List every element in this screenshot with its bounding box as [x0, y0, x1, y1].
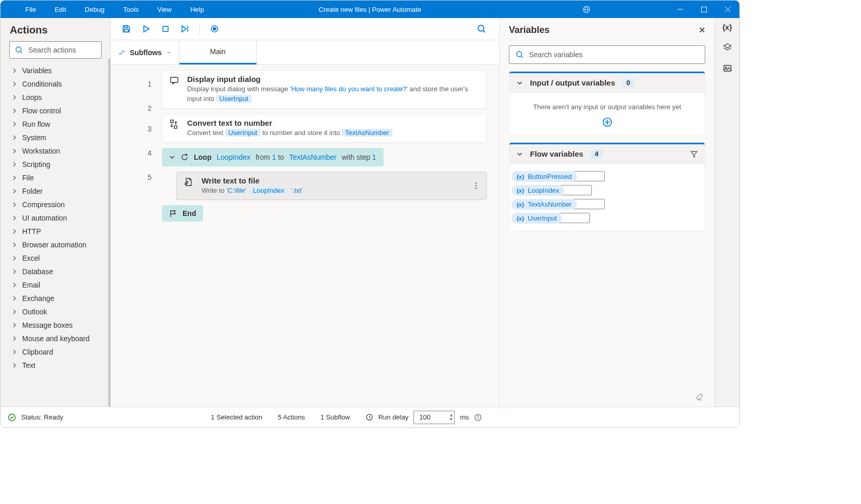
chevron-right-icon [12, 242, 17, 247]
action-category[interactable]: Text [1, 359, 108, 372]
action-category[interactable]: Folder [1, 184, 108, 198]
add-io-variable-button[interactable] [517, 117, 698, 127]
action-category-label: Run flow [22, 120, 50, 128]
globe-icon [583, 6, 590, 13]
svg-point-20 [123, 51, 124, 52]
subflows-label: Subflows [130, 48, 162, 57]
action-category[interactable]: Run flow [1, 117, 108, 131]
stop-button[interactable] [157, 21, 174, 37]
menu-debug[interactable]: Debug [75, 6, 113, 13]
actions-panel: Actions Search actions VariablesConditio… [1, 18, 111, 407]
chevron-right-icon [12, 68, 17, 73]
maximize-button[interactable] [692, 1, 716, 18]
action-category-label: Folder [22, 187, 43, 195]
variables-search-input[interactable]: Search variables [509, 45, 705, 64]
step-button[interactable] [177, 21, 193, 37]
flow-variables-header[interactable]: Flow variables 4 [509, 143, 705, 164]
svg-line-8 [21, 52, 22, 53]
action-category[interactable]: Compression [1, 198, 108, 211]
flow-variable-item[interactable]: ButtonPressed [511, 171, 703, 182]
action-category-label: Workstation [22, 147, 60, 155]
action-category[interactable]: File [1, 171, 108, 184]
variable-chip[interactable]: TextAsNumber [511, 199, 577, 210]
minimize-button[interactable] [668, 1, 692, 18]
step-description: Convert text UserInput to number and sto… [187, 128, 479, 138]
menu-edit[interactable]: Edit [45, 6, 75, 13]
step-more-icon[interactable] [473, 176, 479, 196]
variable-chip[interactable]: LoopIndex [511, 185, 564, 196]
step-end[interactable]: End [162, 205, 203, 222]
menu-help[interactable]: Help [181, 6, 213, 13]
actions-header: Actions [1, 18, 110, 41]
action-category[interactable]: Flow control [1, 104, 108, 117]
eraser-icon[interactable] [500, 387, 715, 407]
action-category[interactable]: Loops [1, 91, 108, 104]
step-convert-text-to-number[interactable]: Convert text to number Convert text User… [162, 114, 487, 143]
action-category[interactable]: Browser automation [1, 238, 108, 251]
canvas[interactable]: 1 2 3 4 5 Display input dialog Display i… [111, 65, 499, 407]
action-category[interactable]: Clipboard [1, 345, 108, 359]
svg-point-28 [517, 52, 522, 57]
action-category[interactable]: Database [1, 265, 108, 278]
save-button[interactable] [118, 21, 135, 37]
variables-rail-icon[interactable]: {x} [722, 23, 732, 31]
flow-variable-item[interactable]: TextAsNumber [511, 199, 703, 210]
environment-indicator[interactable] [583, 6, 668, 13]
step-loop[interactable]: Loop LoopIndex from 1 to TextAsNumber wi… [162, 148, 384, 166]
menu-view[interactable]: View [148, 6, 181, 13]
io-variables-header[interactable]: Input / output variables 0 [509, 72, 705, 93]
action-category[interactable]: Conditionals [1, 77, 108, 91]
layers-rail-icon[interactable] [723, 43, 732, 52]
action-category[interactable]: Excel [1, 251, 108, 265]
info-icon[interactable] [474, 414, 482, 421]
svg-rect-4 [701, 7, 706, 12]
action-category[interactable]: Variables [1, 64, 108, 77]
subflows-dropdown[interactable]: Subflows [111, 40, 179, 64]
step-display-input-dialog[interactable]: Display input dialog Display input dialo… [162, 70, 487, 109]
clock-icon [366, 413, 373, 421]
action-category-label: Exchange [22, 294, 54, 303]
svg-rect-23 [174, 126, 177, 128]
svg-rect-21 [171, 77, 178, 82]
variables-header: Variables ✕ [500, 18, 715, 40]
action-category-label: Database [22, 267, 53, 276]
line-numbers: 1 2 3 4 5 [111, 65, 162, 407]
tab-main[interactable]: Main [179, 40, 257, 64]
close-icon[interactable]: ✕ [699, 25, 705, 35]
designer-area: Subflows Main 1 2 3 4 5 Display input di… [111, 18, 499, 407]
flow-variable-item[interactable]: UserInput [511, 213, 703, 224]
action-category[interactable]: Scripting [1, 158, 108, 171]
variable-chip[interactable]: ButtonPressed [511, 171, 577, 182]
run-button[interactable] [138, 21, 154, 37]
canvas-search-button[interactable] [471, 19, 492, 39]
svg-point-25 [475, 185, 477, 187]
variable-value [574, 199, 605, 209]
action-category[interactable]: Exchange [1, 292, 108, 305]
menu-file[interactable]: File [16, 6, 45, 13]
record-button[interactable] [206, 21, 223, 37]
chevron-right-icon [12, 323, 17, 328]
spinner-icon[interactable]: ▲▼ [449, 413, 453, 422]
actions-search-input[interactable]: Search actions [9, 41, 102, 59]
actions-tree[interactable]: VariablesConditionalsLoopsFlow controlRu… [1, 59, 110, 407]
collapse-icon[interactable] [169, 154, 175, 160]
action-category[interactable]: System [1, 131, 108, 144]
flow-variable-item[interactable]: LoopIndex [511, 185, 703, 196]
images-rail-icon[interactable] [723, 63, 732, 73]
run-delay-unit: ms [460, 413, 469, 421]
step-write-text-to-file[interactable]: Write text to file Write to 'C:\file' Lo… [176, 172, 487, 200]
filter-icon[interactable] [690, 150, 698, 158]
action-category[interactable]: HTTP [1, 225, 108, 238]
action-category[interactable]: UI automation [1, 211, 108, 225]
step-description: Display input dialog with message 'How m… [187, 85, 479, 104]
menu-tools[interactable]: Tools [114, 6, 148, 13]
action-category[interactable]: Email [1, 278, 108, 292]
action-category[interactable]: Outlook [1, 305, 108, 318]
close-button[interactable] [716, 1, 739, 18]
action-category[interactable]: Message boxes [1, 318, 108, 332]
variable-chip[interactable]: UserInput [511, 213, 562, 224]
subflow-icon [119, 48, 125, 57]
action-category[interactable]: Workstation [1, 144, 108, 158]
action-category[interactable]: Mouse and keyboard [1, 332, 108, 345]
run-delay-input[interactable]: 100▲▼ [413, 411, 455, 424]
